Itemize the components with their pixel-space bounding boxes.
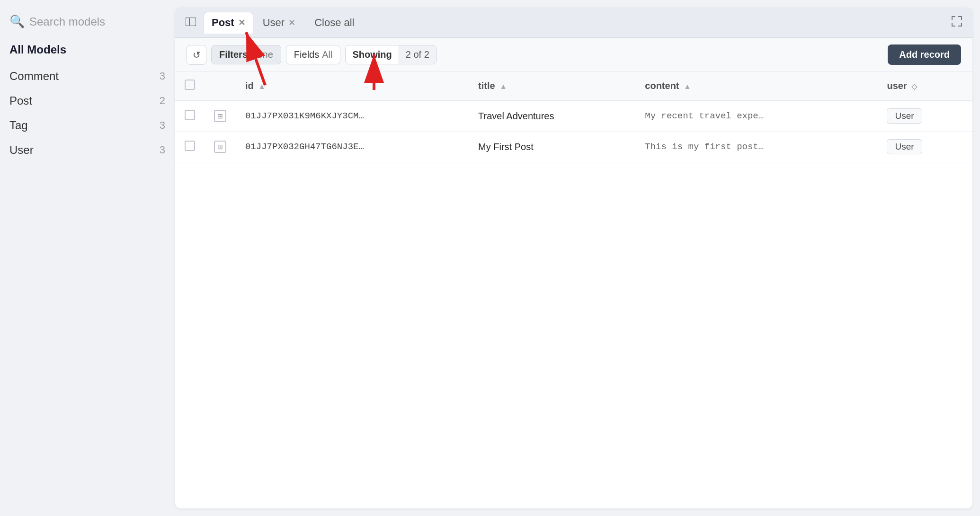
sidebar-item-label: User: [9, 143, 34, 157]
sidebar-item-comment[interactable]: Comment 3: [0, 64, 175, 89]
row-expand-cell[interactable]: ⊞: [205, 100, 236, 132]
data-table: id ▲ title ▲ content ▲ user: [175, 72, 972, 162]
sidebar-item-label: Comment: [9, 70, 59, 83]
expand-col-header: [205, 72, 236, 100]
user-badge[interactable]: User: [887, 108, 922, 124]
fields-label: Fields: [294, 49, 319, 60]
tab-user[interactable]: User ✕: [255, 12, 303, 34]
col-header-user[interactable]: user ◇: [877, 72, 972, 100]
id-sort-icon: ▲: [258, 82, 266, 90]
sidebar-item-user[interactable]: User 3: [0, 138, 175, 162]
filters-label: Filters: [219, 49, 248, 60]
fullscreen-icon: [952, 16, 962, 27]
tab-post[interactable]: Post ✕: [204, 12, 253, 34]
col-header-id[interactable]: id ▲: [236, 72, 469, 100]
expand-icon[interactable]: ⊞: [214, 110, 226, 122]
tab-user-close-icon[interactable]: ✕: [288, 18, 295, 27]
table-header-row: id ▲ title ▲ content ▲ user: [175, 72, 972, 100]
select-all-header[interactable]: [175, 72, 205, 100]
title-sort-icon: ▲: [499, 82, 507, 90]
fields-button[interactable]: Fields All: [286, 45, 341, 64]
table-row: ⊞ 01JJ7PX031K9M6KXJY3CM… Travel Adventur…: [175, 100, 972, 132]
sidebar-item-post[interactable]: Post 2: [0, 89, 175, 113]
tab-bar: Post ✕ User ✕ Close all: [175, 8, 972, 38]
row-checkbox[interactable]: [185, 110, 195, 120]
row-content-cell: My recent travel expe…: [635, 100, 877, 132]
fields-value: All: [322, 49, 332, 60]
refresh-icon: ↺: [193, 49, 201, 61]
sidebar-item-count: 3: [160, 144, 165, 156]
main-panel: Post ✕ User ✕ Close all ↺: [175, 8, 972, 508]
sidebar-item-count: 3: [160, 70, 165, 82]
row-expand-cell[interactable]: ⊞: [205, 132, 236, 162]
showing-count: 2 of 2: [399, 45, 436, 64]
table-row: ⊞ 01JJ7PX032GH47TG6NJ3E… My First Post T…: [175, 132, 972, 162]
showing-label: Showing: [346, 45, 398, 64]
sidebar-item-count: 3: [160, 119, 165, 132]
showing-group: Showing 2 of 2: [345, 45, 436, 64]
add-record-button[interactable]: Add record: [888, 44, 961, 65]
col-header-content[interactable]: content ▲: [635, 72, 877, 100]
row-content-cell: This is my first post…: [635, 132, 877, 162]
row-checkbox-cell[interactable]: [175, 132, 205, 162]
table-body: ⊞ 01JJ7PX031K9M6KXJY3CM… Travel Adventur…: [175, 100, 972, 162]
row-checkbox[interactable]: [185, 141, 195, 151]
tab-user-label: User: [263, 17, 285, 29]
user-badge[interactable]: User: [887, 139, 922, 154]
fullscreen-button[interactable]: [946, 12, 968, 33]
expand-icon[interactable]: ⊞: [214, 141, 226, 153]
row-user-cell[interactable]: User: [877, 132, 972, 162]
row-user-cell[interactable]: User: [877, 100, 972, 132]
row-id-cell: 01JJ7PX032GH47TG6NJ3E…: [236, 132, 469, 162]
sidebar-item-tag[interactable]: Tag 3: [0, 113, 175, 138]
sidebar-item-count: 2: [160, 95, 165, 107]
row-checkbox-cell[interactable]: [175, 100, 205, 132]
close-all-button[interactable]: Close all: [307, 13, 362, 33]
toolbar: ↺ Filters None Fields All Showing 2 of 2…: [175, 38, 972, 72]
search-input-label[interactable]: Search models: [29, 15, 105, 28]
col-header-title[interactable]: title ▲: [469, 72, 635, 100]
sidebar-toggle-icon: [186, 18, 196, 26]
sidebar-toggle-button[interactable]: [180, 13, 202, 33]
row-title-cell: My First Post: [469, 132, 635, 162]
select-all-checkbox[interactable]: [185, 80, 195, 90]
filters-button[interactable]: Filters None: [211, 45, 281, 64]
sidebar-item-label: Tag: [9, 119, 28, 132]
refresh-button[interactable]: ↺: [187, 45, 206, 65]
search-icon: 🔍: [9, 14, 25, 29]
all-models-heading: All Models: [0, 38, 175, 64]
data-table-container: id ▲ title ▲ content ▲ user: [175, 72, 972, 508]
tab-post-label: Post: [212, 17, 234, 29]
svg-rect-0: [186, 18, 196, 26]
user-rel-icon: ◇: [911, 82, 917, 90]
sidebar-item-label: Post: [9, 94, 32, 107]
search-bar[interactable]: 🔍 Search models: [0, 9, 175, 38]
tab-post-close-icon[interactable]: ✕: [238, 18, 245, 27]
row-title-cell: Travel Adventures: [469, 100, 635, 132]
filters-value: None: [250, 49, 273, 60]
content-sort-icon: ▲: [684, 82, 691, 90]
row-id-cell: 01JJ7PX031K9M6KXJY3CM…: [236, 100, 469, 132]
sidebar: 🔍 Search models All Models Comment 3 Pos…: [0, 0, 175, 516]
